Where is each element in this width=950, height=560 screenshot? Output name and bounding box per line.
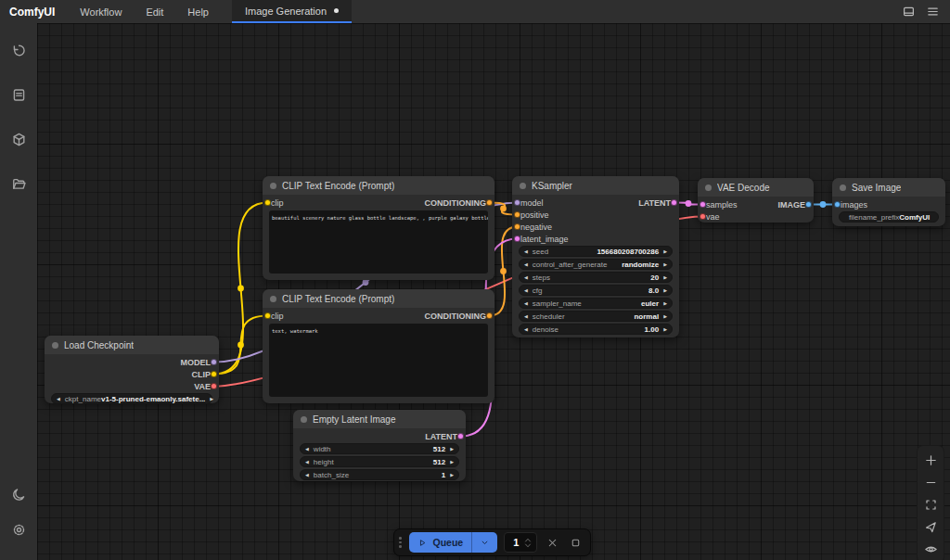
node-save-image[interactable]: Save Imageimagesfilename_prefixComfyUI: [832, 178, 945, 226]
input-slot-vae[interactable]: [700, 213, 706, 220]
widget-decrement-icon[interactable]: ◀: [57, 397, 60, 401]
widget-control_after_generate[interactable]: ◀control_after_generaterandomize▶: [519, 259, 673, 270]
node-header[interactable]: Save Image: [832, 178, 945, 197]
node-header[interactable]: Load Checkpoint: [45, 336, 219, 354]
widget-seed[interactable]: ◀seed156680208700286▶: [519, 246, 673, 257]
widget-increment-icon[interactable]: ▶: [663, 275, 667, 280]
menu-edit[interactable]: Edit: [134, 0, 175, 23]
node-vae-decode[interactable]: VAE DecodesamplesIMAGEvae: [698, 178, 814, 223]
collapse-dot-icon[interactable]: [705, 185, 712, 191]
output-slot-LATENT[interactable]: [457, 433, 464, 439]
menu-icon[interactable]: [920, 0, 944, 23]
widget-cfg[interactable]: ◀cfg8.0▶: [519, 285, 673, 296]
widget-increment-icon[interactable]: ▶: [663, 288, 667, 293]
fit-view-icon[interactable]: [920, 496, 941, 513]
node-graph-canvas[interactable]: Queue 1: [37, 23, 950, 560]
widget-decrement-icon[interactable]: ◀: [305, 447, 309, 452]
input-slot-model[interactable]: [514, 199, 520, 206]
input-slot-clip[interactable]: [264, 312, 271, 319]
stepper-up-icon[interactable]: [524, 538, 532, 542]
node-header[interactable]: VAE Decode: [698, 178, 814, 197]
workflow-tab[interactable]: Image Generation: [232, 0, 352, 23]
collapse-dot-icon[interactable]: [840, 185, 846, 191]
node-ksampler[interactable]: KSamplermodelLATENTpositivenegativelaten…: [512, 176, 679, 337]
clear-queue-icon[interactable]: [544, 534, 560, 551]
input-slot-latent_image[interactable]: [514, 235, 520, 242]
workflows-icon[interactable]: [5, 170, 32, 197]
node-header[interactable]: CLIP Text Encode (Prompt): [263, 176, 494, 195]
widget-increment-icon[interactable]: ▶: [450, 460, 454, 465]
history-icon[interactable]: [5, 36, 32, 64]
widget-width[interactable]: ◀width512▶: [300, 443, 459, 454]
widget-height[interactable]: ◀height512▶: [300, 456, 459, 467]
stepper-down-icon[interactable]: [524, 543, 532, 548]
queue-options-caret[interactable]: [471, 532, 497, 553]
input-slot-clip[interactable]: [264, 199, 271, 206]
collapse-dot-icon[interactable]: [270, 296, 276, 302]
widget-sampler_name[interactable]: ◀sampler_nameeuler▶: [519, 298, 673, 309]
widget-decrement-icon[interactable]: ◀: [524, 301, 528, 306]
widget-increment-icon[interactable]: ▶: [450, 447, 454, 452]
queue-run-button[interactable]: Queue: [409, 532, 472, 553]
widget-steps[interactable]: ◀steps20▶: [519, 272, 673, 283]
node-clip-text-encode-prompt[interactable]: CLIP Text Encode (Prompt)clipCONDITIONIN…: [263, 289, 494, 403]
node-load-checkpoint[interactable]: Load CheckpointMODELCLIPVAE◀ckpt_namev1-…: [45, 336, 219, 403]
widget-increment-icon[interactable]: ▶: [210, 397, 213, 401]
widget-decrement-icon[interactable]: ◀: [305, 473, 309, 477]
prompt-textarea[interactable]: text, watermark: [269, 324, 488, 397]
menu-help[interactable]: Help: [175, 0, 221, 23]
widget-increment-icon[interactable]: ▶: [450, 473, 454, 477]
batch-count-input[interactable]: 1: [504, 532, 537, 553]
menu-workflow[interactable]: Workflow: [68, 0, 134, 23]
node-header[interactable]: CLIP Text Encode (Prompt): [263, 289, 494, 308]
widget-increment-icon[interactable]: ▶: [663, 301, 667, 306]
widget-decrement-icon[interactable]: ◀: [524, 314, 528, 319]
output-slot-CONDITIONING[interactable]: [486, 199, 493, 206]
widget-increment-icon[interactable]: ▶: [663, 327, 667, 332]
node-library-icon[interactable]: [5, 81, 32, 108]
theme-moon-icon[interactable]: [5, 480, 32, 508]
zoom-out-icon[interactable]: [920, 474, 941, 490]
widget-decrement-icon[interactable]: ◀: [305, 460, 309, 465]
input-slot-negative[interactable]: [514, 223, 520, 230]
zoom-in-icon[interactable]: [920, 452, 941, 468]
collapse-dot-icon[interactable]: [270, 183, 276, 189]
output-slot-MODEL[interactable]: [211, 359, 217, 365]
widget-scheduler[interactable]: ◀schedulernormal▶: [519, 311, 673, 322]
input-slot-positive[interactable]: [514, 211, 520, 218]
collapse-dot-icon[interactable]: [520, 183, 526, 189]
stop-icon[interactable]: [567, 534, 584, 551]
widget-filename_prefix[interactable]: filename_prefixComfyUI: [839, 211, 939, 223]
widget-increment-icon[interactable]: ▶: [663, 314, 667, 319]
widget-decrement-icon[interactable]: ◀: [524, 275, 528, 280]
widget-decrement-icon[interactable]: ◀: [524, 249, 528, 254]
prompt-textarea[interactable]: beautiful scenery nature glass bottle la…: [269, 210, 488, 274]
node-header[interactable]: Empty Latent Image: [293, 410, 466, 428]
widget-decrement-icon[interactable]: ◀: [524, 262, 528, 267]
output-slot-CONDITIONING[interactable]: [486, 312, 493, 319]
node-empty-latent-image[interactable]: Empty Latent ImageLATENT◀width512▶◀heigh…: [293, 410, 466, 481]
select-cursor-icon[interactable]: [920, 518, 941, 535]
collapse-dot-icon[interactable]: [52, 342, 58, 349]
batch-count-steppers[interactable]: [524, 538, 534, 548]
output-slot-CLIP[interactable]: [211, 371, 217, 377]
widget-increment-icon[interactable]: ▶: [663, 249, 667, 254]
input-slot-samples[interactable]: [700, 201, 706, 208]
widget-decrement-icon[interactable]: ◀: [524, 288, 528, 293]
node-clip-text-encode-prompt[interactable]: CLIP Text Encode (Prompt)clipCONDITIONIN…: [263, 176, 494, 280]
widget-denoise[interactable]: ◀denoise1.00▶: [519, 324, 673, 335]
model-library-icon[interactable]: [5, 125, 32, 153]
widget-ckpt_name[interactable]: ◀ckpt_namev1-5-pruned-emaonly.safete...▶: [51, 393, 212, 404]
widget-increment-icon[interactable]: ▶: [663, 262, 667, 267]
collapse-dot-icon[interactable]: [301, 416, 307, 423]
widget-decrement-icon[interactable]: ◀: [524, 327, 528, 332]
output-slot-LATENT[interactable]: [671, 199, 677, 206]
output-slot-IMAGE[interactable]: [805, 201, 812, 208]
input-slot-images[interactable]: [834, 201, 841, 208]
widget-batch_size[interactable]: ◀batch_size1▶: [300, 469, 459, 480]
node-header[interactable]: KSampler: [512, 176, 679, 195]
panel-bottom-icon[interactable]: [896, 0, 920, 23]
settings-gear-icon[interactable]: [5, 515, 32, 543]
queue-bar-drag-handle[interactable]: [398, 537, 403, 548]
output-slot-VAE[interactable]: [211, 383, 217, 389]
